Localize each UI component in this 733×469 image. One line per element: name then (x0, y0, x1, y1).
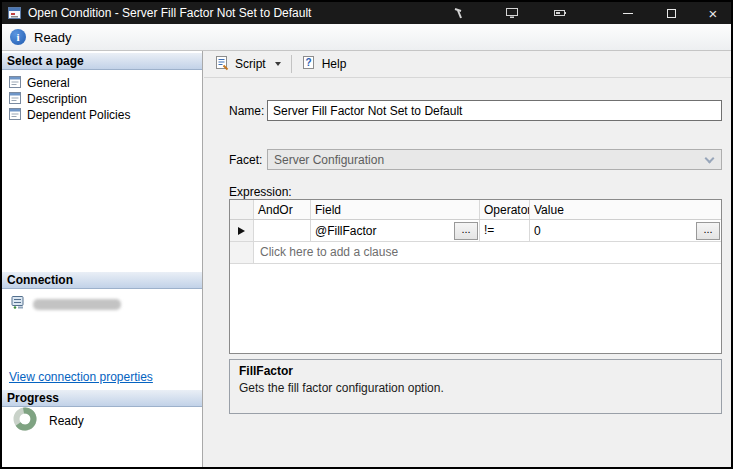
toolbar-separator (291, 55, 292, 73)
add-clause-row[interactable]: Click here to add a clause (230, 242, 721, 264)
new-row-selector[interactable] (230, 242, 254, 263)
dialog-body: Select a page General Description Depend… (2, 51, 731, 467)
name-label: Name: (229, 104, 264, 118)
sidebar-item-label: Description (27, 92, 87, 106)
page-icon (8, 91, 22, 108)
progress-header: Progress (2, 390, 202, 407)
name-input[interactable] (267, 100, 722, 121)
value-browse-button[interactable]: ... (696, 222, 720, 240)
chevron-down-icon (705, 154, 715, 164)
field-cell[interactable]: @FillFactor ... (311, 220, 480, 241)
grid-header-row: AndOr Field Operator Value (230, 200, 721, 220)
field-description-text: Gets the fill factor configuration optio… (239, 381, 712, 395)
current-row-arrow-icon (238, 227, 245, 235)
row-selector[interactable] (230, 220, 254, 241)
value-text: 0 (534, 224, 541, 238)
add-clause-hint[interactable]: Click here to add a clause (254, 242, 721, 263)
andor-cell[interactable] (254, 220, 311, 241)
sidebar-item-description[interactable]: Description (8, 91, 87, 107)
grid-corner-header (230, 200, 254, 219)
expression-grid: AndOr Field Operator Value @FillFactor .… (229, 199, 722, 354)
sidebar-item-dependent-policies[interactable]: Dependent Policies (8, 107, 130, 123)
window-title: Open Condition - Server Fill Factor Not … (28, 6, 311, 20)
server-icon (10, 294, 26, 314)
page-icon (8, 75, 22, 92)
script-dropdown-arrow[interactable] (270, 59, 286, 69)
help-button-label: Help (322, 57, 347, 71)
connection-server-row (10, 294, 121, 314)
column-header-andor[interactable]: AndOr (254, 200, 311, 219)
help-icon: ? (301, 55, 317, 74)
svg-text:?: ? (305, 57, 311, 68)
script-icon (214, 55, 230, 74)
status-text: Ready (34, 30, 72, 45)
connection-header: Connection (2, 272, 202, 289)
expression-label: Expression: (229, 185, 292, 199)
sidebar-item-general[interactable]: General (8, 75, 70, 91)
column-header-operator[interactable]: Operator (480, 200, 530, 219)
view-connection-properties-link[interactable]: View connection properties (9, 370, 153, 384)
field-value: @FillFactor (315, 224, 377, 238)
titlebar: Open Condition - Server Fill Factor Not … (2, 2, 731, 24)
progress-status-text: Ready (49, 414, 84, 428)
redacted-server-name (33, 299, 121, 310)
facet-label: Facet: (229, 153, 262, 167)
progress-spinner-icon (12, 406, 38, 435)
sidebar: Select a page General Description Depend… (2, 51, 203, 467)
hammer-icon[interactable] (450, 5, 468, 21)
field-description-panel: FillFactor Gets the fill factor configur… (229, 359, 722, 414)
script-button-label: Script (235, 57, 266, 71)
operator-cell[interactable]: != (480, 220, 530, 241)
field-browse-button[interactable]: ... (454, 222, 478, 240)
sidebar-item-label: General (27, 76, 70, 90)
progress-status-row: Ready (12, 406, 84, 435)
field-description-title: FillFactor (239, 364, 712, 378)
close-button[interactable]: × (698, 2, 728, 24)
open-condition-dialog: Open Condition - Server Fill Factor Not … (0, 0, 733, 469)
page-icon (8, 107, 22, 124)
chevron-down-icon (275, 62, 281, 66)
facet-selected-value: Server Configuration (274, 153, 384, 167)
toolbar: Script ? Help (204, 51, 731, 78)
column-header-value[interactable]: Value (530, 200, 721, 219)
main-panel: Script ? Help Name: Facet: Server Config… (204, 51, 731, 467)
status-strip: i Ready (2, 24, 731, 51)
column-header-field[interactable]: Field (311, 200, 480, 219)
facet-dropdown[interactable]: Server Configuration (267, 149, 722, 170)
value-cell[interactable]: 0 ... (530, 220, 721, 241)
battery-icon[interactable] (551, 5, 569, 21)
sidebar-item-label: Dependent Policies (27, 108, 130, 122)
select-a-page-header: Select a page (2, 53, 202, 70)
help-button[interactable]: ? Help (297, 52, 351, 77)
script-button[interactable]: Script (210, 52, 270, 77)
clause-row: @FillFactor ... != 0 ... (230, 220, 721, 242)
maximize-button[interactable] (656, 2, 686, 24)
window-icon (7, 5, 23, 25)
monitor-icon[interactable] (503, 5, 521, 21)
info-icon: i (10, 29, 26, 45)
minimize-button[interactable] (613, 2, 643, 24)
